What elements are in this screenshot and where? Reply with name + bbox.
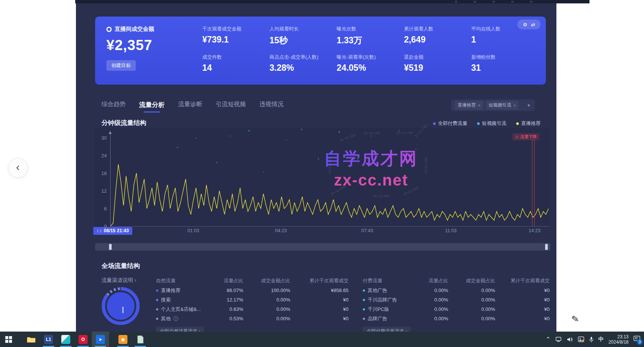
chart-speck bbox=[286, 139, 287, 140]
taskbar-clock[interactable]: 23:13 2024/8/16 bbox=[609, 334, 629, 345]
row-label: 其他广告 bbox=[368, 287, 387, 294]
filter-chip-直播推荐[interactable]: 直播推荐× bbox=[455, 101, 483, 110]
row-gpm: ¥0 bbox=[495, 288, 550, 293]
table-row[interactable]: 直播推荐86.07%100.00%¥858.65 bbox=[156, 286, 349, 295]
previous-button[interactable] bbox=[8, 158, 28, 178]
legend-item-直播推荐[interactable]: 直播推荐 bbox=[516, 120, 541, 127]
tab-流量诊断[interactable]: 流量诊断 bbox=[178, 100, 202, 113]
metric-value: ¥519 bbox=[404, 63, 471, 73]
col-header-2: 累计千次观看成交 bbox=[495, 277, 550, 284]
minute-section-title: 分钟级流量结构 bbox=[102, 119, 146, 127]
volume-icon[interactable] bbox=[567, 337, 573, 342]
swap-icon[interactable]: ⇄ bbox=[531, 22, 535, 27]
row-name: 搜索 bbox=[156, 297, 216, 303]
gear-icon[interactable]: ⚙ bbox=[523, 22, 527, 27]
minute-traffic-chart[interactable]: ⚠ 流量下降 ⋮⋮ 08/15 21:43 01:0304:2307:4311:… bbox=[95, 128, 550, 227]
tab-流量分析[interactable]: 流量分析 bbox=[139, 100, 165, 113]
chart-speck bbox=[415, 149, 417, 150]
row-gmv-pct: 0.00% bbox=[448, 288, 495, 293]
table-header: 自然流量流量占比成交金额占比累计千次观看成交 bbox=[156, 276, 349, 286]
row-dot bbox=[156, 318, 158, 320]
tray-expand-icon[interactable]: ⌃ bbox=[546, 336, 550, 343]
taskbar-app-orange[interactable]: ◉ bbox=[114, 332, 132, 347]
col-header-0: 流量占比 bbox=[423, 277, 448, 284]
table-row[interactable]: 品牌广告0.00%0.00%¥0 bbox=[363, 314, 550, 323]
taskbar-app-notepad[interactable] bbox=[132, 332, 149, 347]
start-button[interactable] bbox=[0, 332, 17, 347]
tab-综合趋势[interactable]: 综合趋势 bbox=[102, 100, 126, 113]
slider-handle-left[interactable] bbox=[109, 244, 112, 250]
row-gpm: ¥0 bbox=[495, 306, 550, 312]
filter-chip-短视频引流[interactable]: 短视频引流× bbox=[486, 101, 518, 110]
network-icon[interactable] bbox=[556, 337, 562, 342]
row-traffic-pct: 0.00% bbox=[423, 297, 448, 303]
chart-range-slider[interactable] bbox=[95, 243, 550, 251]
table-row[interactable]: 其他广告0.00%0.00%¥0 bbox=[363, 286, 550, 295]
card-tools: ⚙ ⇄ bbox=[517, 20, 541, 29]
slider-handle-right[interactable] bbox=[545, 244, 548, 250]
ytick-0: 0 bbox=[97, 224, 107, 229]
row-traffic-pct: 0.00% bbox=[423, 316, 448, 321]
trend-line-svg bbox=[111, 138, 549, 226]
taskbar-app-opera[interactable]: O bbox=[74, 332, 92, 347]
drop-marker-line bbox=[534, 139, 535, 226]
chevron-down-icon[interactable]: ▼ bbox=[527, 103, 531, 108]
chart-legend: 全部付费流量短视频引流直播推荐 bbox=[433, 120, 541, 127]
taskbar-app-live-companion[interactable]: ➤ bbox=[92, 332, 109, 347]
table-row[interactable]: 个人主页&店铺&...0.63%0.00%¥0 bbox=[156, 304, 349, 314]
traffic-donut-chart[interactable] bbox=[100, 285, 142, 327]
taskbar-app-explorer[interactable] bbox=[23, 332, 40, 347]
chart-speck bbox=[263, 171, 264, 172]
chart-speck bbox=[387, 166, 388, 167]
stats-card-left: 直播间成交金额 ¥2,357 创建目标 bbox=[106, 26, 202, 78]
metric-0: 千次观看成交金额¥739.1 bbox=[202, 26, 270, 50]
channel-help-link[interactable]: 流量渠道说明 › bbox=[102, 277, 136, 284]
row-traffic-pct: 0.53% bbox=[216, 316, 243, 321]
notification-center-icon[interactable]: 3 bbox=[633, 336, 640, 343]
help-icon[interactable]: ? bbox=[173, 316, 178, 321]
table-footer-link[interactable]: 全部自然流量渠道 › bbox=[156, 327, 204, 332]
taskbar-app-l1[interactable]: L1 bbox=[40, 332, 57, 347]
metric-value: 14 bbox=[202, 63, 270, 73]
ime-indicator[interactable]: 中 bbox=[599, 336, 604, 343]
traffic-drop-annotation[interactable]: ⚠ 流量下降 bbox=[512, 133, 539, 140]
ytick-12: 12 bbox=[97, 188, 107, 194]
legend-item-短视频引流[interactable]: 短视频引流 bbox=[477, 120, 506, 127]
xtick-11:03: 11:03 bbox=[445, 228, 456, 233]
chip-label: 短视频引流 bbox=[489, 102, 511, 108]
channel-filter-select[interactable]: 直播推荐×短视频引流× ▼ bbox=[451, 99, 535, 111]
target-ring-icon bbox=[106, 27, 112, 32]
taskbar-app-teal[interactable] bbox=[57, 332, 74, 347]
paid-traffic-table: 付费流量流量占比成交金额占比累计千次观看成交其他广告0.00%0.00%¥0千川… bbox=[363, 276, 550, 332]
chip-label: 直播推荐 bbox=[458, 102, 476, 108]
tab-违规情况[interactable]: 违规情况 bbox=[259, 100, 283, 113]
row-name: 其他? bbox=[156, 315, 216, 322]
start-time-label: 08/15 21:43 bbox=[104, 228, 129, 233]
tab-引流短视频[interactable]: 引流短视频 bbox=[216, 100, 246, 113]
chart-speck bbox=[229, 135, 230, 137]
chip-remove-icon[interactable]: × bbox=[514, 103, 516, 108]
metric-value: 2,649 bbox=[404, 35, 471, 45]
row-dot bbox=[156, 289, 158, 292]
drag-grip-icon: ⋮⋮ bbox=[96, 229, 102, 233]
metric-5: 成交件数14 bbox=[202, 54, 270, 78]
create-goal-button[interactable]: 创建目标 bbox=[106, 60, 136, 71]
table-row[interactable]: 千川PC版0.00%0.00%¥0 bbox=[363, 304, 550, 314]
screenshot-tool-icon[interactable] bbox=[578, 336, 584, 342]
legend-item-全部付费流量[interactable]: 全部付费流量 bbox=[433, 120, 467, 127]
row-dot bbox=[363, 299, 365, 301]
row-name: 其他广告 bbox=[363, 287, 423, 294]
table-row[interactable]: 千川品牌广告0.00%0.00%¥0 bbox=[363, 295, 550, 304]
windows-logo-icon bbox=[5, 336, 12, 343]
clock-date: 2024/8/16 bbox=[609, 339, 629, 345]
chart-speck bbox=[370, 135, 371, 137]
table-row[interactable]: 搜索12.17%0.00%¥0 bbox=[156, 295, 349, 304]
row-name: 直播推荐 bbox=[156, 287, 216, 294]
table-footer-link[interactable]: 全部付费流量渠道 › bbox=[363, 327, 411, 332]
chip-remove-icon[interactable]: × bbox=[478, 103, 480, 108]
gmv-value: ¥2,357 bbox=[106, 37, 202, 53]
microphone-icon[interactable] bbox=[589, 336, 594, 342]
row-label: 千川PC版 bbox=[368, 306, 389, 313]
table-row[interactable]: 其他?0.53%0.00%¥0 bbox=[156, 314, 349, 323]
l1-app-icon: L1 bbox=[44, 335, 53, 344]
